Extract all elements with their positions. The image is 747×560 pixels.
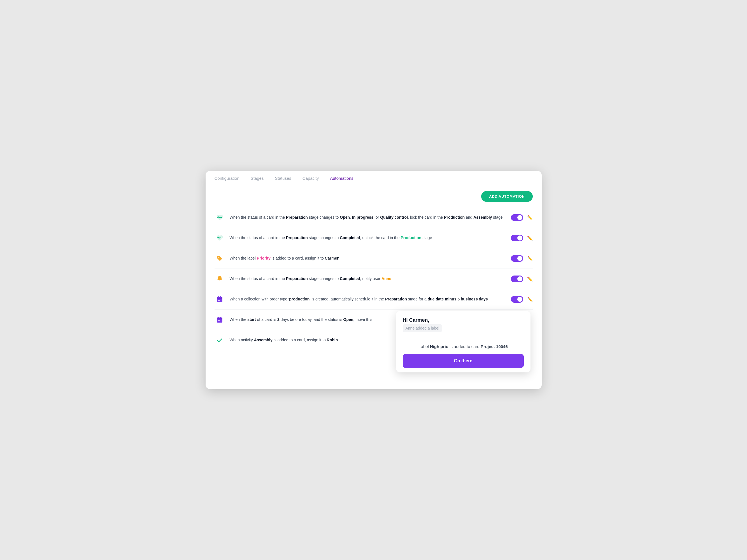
automation-toggle[interactable] — [511, 214, 523, 221]
tab-automations[interactable]: Automations — [330, 171, 353, 185]
svg-rect-9 — [217, 318, 223, 319]
calendar-icon — [214, 315, 225, 325]
popup-divider — [396, 340, 531, 340]
popup-body: Label High prio is added to card Project… — [396, 344, 531, 372]
automation-actions: ✏️ — [511, 214, 533, 221]
heart-pulse-icon — [214, 233, 225, 243]
edit-icon[interactable]: ✏️ — [527, 215, 533, 220]
automation-text: When the status of a card in the Prepara… — [230, 235, 506, 241]
tab-configuration[interactable]: Configuration — [214, 171, 239, 185]
calendar-icon — [214, 294, 225, 304]
automation-row: When the label Priority is added to a ca… — [214, 248, 533, 268]
edit-icon[interactable]: ✏️ — [527, 276, 533, 282]
go-there-button[interactable]: Go there — [403, 354, 524, 368]
svg-rect-4 — [218, 296, 219, 298]
svg-rect-1 — [219, 281, 220, 281]
svg-point-0 — [218, 257, 219, 258]
svg-rect-5 — [220, 296, 221, 298]
add-automation-button[interactable]: ADD AUTOMATION — [481, 191, 533, 202]
automation-row: When the status of a card in the Prepara… — [214, 228, 533, 248]
edit-icon[interactable]: ✏️ — [527, 236, 533, 241]
popup-greeting: Hi Carmen, — [403, 317, 524, 323]
toolbar: ADD AUTOMATION — [206, 185, 542, 208]
automation-text: When the status of a card in the Prepara… — [230, 214, 506, 221]
main-window: Configuration Stages Statuses Capacity A… — [206, 171, 542, 389]
tag-icon — [214, 254, 225, 264]
popup-label-name: High prio — [430, 344, 448, 349]
svg-rect-6 — [218, 300, 219, 301]
automation-text: When the label Priority is added to a ca… — [230, 256, 506, 262]
automation-actions: ✏️ — [511, 255, 533, 262]
svg-rect-12 — [218, 320, 219, 321]
bell-icon — [214, 274, 225, 284]
automation-row: When a collection with order type 'produ… — [214, 289, 533, 310]
automation-toggle[interactable] — [511, 235, 523, 241]
svg-rect-13 — [219, 320, 220, 321]
popup-header: Hi Carmen, Anne added a label — [396, 311, 531, 336]
tab-bar: Configuration Stages Statuses Capacity A… — [206, 171, 542, 185]
heart-pulse-icon — [214, 213, 225, 222]
popup-card-name: Project 10046 — [481, 344, 508, 349]
checkmark-icon — [214, 335, 225, 345]
svg-rect-11 — [220, 317, 221, 318]
automation-actions: ✏️ — [511, 275, 533, 282]
popup-subtitle: Anne added a label — [403, 324, 442, 332]
automation-toggle[interactable] — [511, 275, 523, 282]
notification-popup: Hi Carmen, Anne added a label Label High… — [396, 311, 531, 372]
tab-statuses[interactable]: Statuses — [275, 171, 291, 185]
popup-label-message: Label High prio is added to card Project… — [403, 344, 524, 349]
automation-toggle[interactable] — [511, 255, 523, 262]
automation-row: When the status of a card in the Prepara… — [214, 208, 533, 228]
tab-stages[interactable]: Stages — [251, 171, 264, 185]
automation-text: When a collection with order type 'produ… — [230, 296, 506, 302]
automation-actions: ✏️ — [511, 235, 533, 241]
svg-rect-3 — [217, 297, 223, 299]
svg-rect-7 — [219, 300, 220, 301]
automation-row: When the status of a card in the Prepara… — [214, 268, 533, 289]
edit-icon[interactable]: ✏️ — [527, 297, 533, 302]
svg-rect-10 — [218, 317, 219, 318]
automation-actions: ✏️ — [511, 296, 533, 303]
edit-icon[interactable]: ✏️ — [527, 256, 533, 261]
automation-toggle[interactable] — [511, 296, 523, 303]
tab-capacity[interactable]: Capacity — [303, 171, 319, 185]
automation-text: When the status of a card in the Prepara… — [230, 276, 506, 282]
